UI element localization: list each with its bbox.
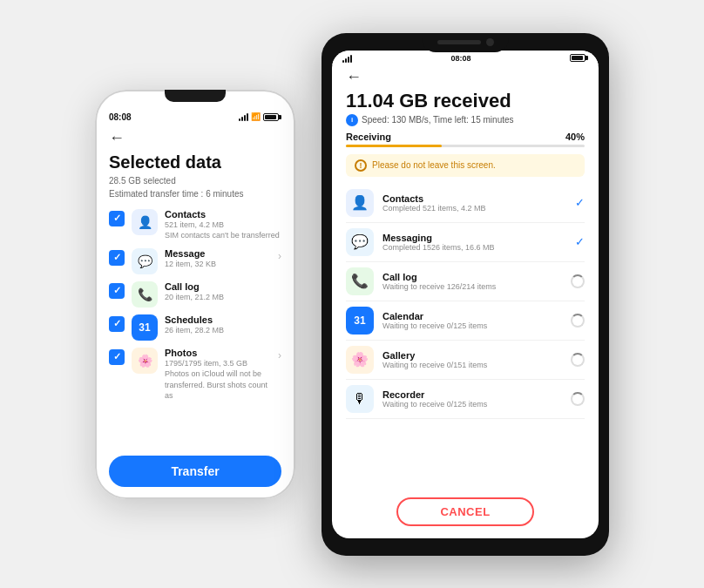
speed-info: i Speed: 130 MB/s, Time left: 15 minutes	[346, 114, 585, 126]
spinner-icon	[571, 353, 585, 367]
item-title: Photos	[165, 348, 271, 358]
camera	[486, 38, 494, 46]
r-title: Messaging	[382, 233, 566, 243]
list-item: 💬 Messaging Completed 1526 items, 16.6 M…	[346, 223, 585, 262]
list-item: 31 Calendar Waiting to receive 0/125 ite…	[346, 301, 585, 341]
spinner-icon	[571, 314, 585, 328]
back-button-left[interactable]: ←	[109, 129, 281, 147]
warning-box: ! Please do not leave this screen.	[346, 154, 585, 177]
warning-text: Please do not leave this screen.	[372, 160, 496, 170]
r-title: Gallery	[382, 350, 562, 361]
item-sub: 1795/1795 item, 3.5 GB	[165, 358, 271, 369]
calendar-icon-right: 31	[346, 307, 374, 335]
photos-icon: 🌸	[132, 348, 158, 374]
transfer-items-right: 👤 Contacts Completed 521 items, 4.2 MB ✓…	[346, 184, 585, 419]
list-item: 🌸 Gallery Waiting to receive 0/151 items	[346, 341, 585, 380]
speed-icon: i	[346, 114, 358, 126]
wifi-icon: 📶	[251, 112, 261, 121]
checkbox-schedules[interactable]	[109, 316, 125, 332]
r-sub: Waiting to receive 126/214 items	[382, 282, 562, 291]
list-item: 💬 Message 12 item, 32 KB ›	[109, 248, 281, 274]
item-title: Message	[165, 248, 271, 259]
transfer-button[interactable]: Transfer	[109, 456, 281, 487]
spinner-icon	[571, 392, 585, 406]
status-bar-right: 08:08	[332, 51, 599, 64]
chevron-right-icon: ›	[278, 349, 281, 362]
r-title: Calendar	[382, 311, 562, 321]
progress-bar-fill	[346, 145, 442, 147]
speed-label: Speed: 130 MB/s, Time left: 15 minutes	[362, 115, 514, 125]
list-item: 31 Schedules 26 item, 28.2 MB	[109, 314, 281, 341]
back-button-right[interactable]: ←	[346, 68, 585, 86]
status-bar-left: 08:08 📶	[109, 112, 281, 122]
r-sub: Completed 1526 items, 16.6 MB	[382, 243, 566, 252]
speaker	[437, 40, 481, 44]
signal-icon	[239, 112, 248, 121]
progress-percent: 40%	[565, 132, 585, 142]
progress-row: Receiving 40%	[346, 132, 585, 142]
status-icons-left: 📶	[239, 112, 281, 121]
call-icon: 📞	[132, 281, 158, 308]
status-icons-right	[570, 54, 588, 62]
checkmark-icon: ✓	[575, 235, 585, 248]
warning-icon: !	[355, 159, 367, 172]
r-title: Contacts	[382, 193, 566, 204]
checkbox-contacts[interactable]	[109, 211, 125, 226]
list-item: 📞 Call log Waiting to receive 126/214 it…	[346, 262, 585, 301]
checkbox-calllog[interactable]	[109, 283, 125, 299]
left-phone: 08:08 📶 ← Selected data	[95, 90, 295, 499]
list-item: 🌸 Photos 1795/1795 item, 3.5 GB Photos o…	[109, 348, 281, 402]
checkmark-icon: ✓	[575, 196, 585, 209]
item-sub: 20 item, 21.2 MB	[165, 292, 281, 303]
progress-bar-bg	[346, 145, 585, 147]
main-title-right: 11.04 GB received	[346, 90, 585, 112]
status-time-right: 08:08	[450, 54, 470, 63]
item-title: Contacts	[165, 209, 281, 220]
contacts-icon: 👤	[132, 209, 158, 235]
item-sub2: Photos on iCloud will not be transferred…	[165, 368, 271, 402]
messaging-icon-right: 💬	[346, 228, 374, 256]
item-sub: 521 item, 4.2 MB	[165, 220, 281, 231]
item-sub2: SIM contacts can't be transferred	[165, 230, 281, 241]
subtitle-line1: 28.5 GB selected	[109, 176, 176, 186]
cancel-button[interactable]: CANCEL	[396, 497, 533, 526]
r-sub: Completed 521 items, 4.2 MB	[382, 204, 566, 213]
list-item: 🎙 Recorder Waiting to receive 0/125 item…	[346, 380, 585, 419]
data-items-left: 👤 Contacts 521 item, 4.2 MB SIM contacts…	[109, 209, 281, 409]
subtitle-left: 28.5 GB selected Estimated transfer time…	[109, 174, 281, 200]
message-icon: 💬	[132, 248, 158, 274]
subtitle-line2: Estimated transfer time : 6 minutes	[109, 189, 244, 199]
status-time-left: 08:08	[109, 112, 132, 122]
item-title: Schedules	[165, 314, 281, 325]
r-title: Recorder	[382, 389, 562, 400]
calllog-icon-right: 📞	[346, 267, 374, 295]
right-phone: 08:08 ← 11.04 GB received i Speed: 130 M…	[322, 33, 609, 556]
checkbox-message[interactable]	[109, 250, 125, 266]
signal-icon-right	[342, 54, 352, 63]
chevron-right-icon: ›	[278, 250, 281, 262]
r-sub: Waiting to receive 0/151 items	[382, 361, 562, 369]
right-screen: 08:08 ← 11.04 GB received i Speed: 130 M…	[332, 51, 599, 538]
checkbox-photos[interactable]	[109, 349, 125, 365]
spinner-icon	[571, 274, 585, 288]
recorder-icon-right: 🎙	[346, 385, 374, 413]
list-item: 👤 Contacts Completed 521 items, 4.2 MB ✓	[346, 184, 585, 223]
schedule-icon: 31	[132, 314, 158, 341]
r-sub: Waiting to receive 0/125 items	[382, 321, 562, 330]
contacts-icon-right: 👤	[346, 189, 374, 217]
battery-icon-right	[570, 54, 588, 62]
battery-icon	[263, 113, 281, 121]
item-sub: 12 item, 32 KB	[165, 259, 271, 270]
progress-label: Receiving	[346, 132, 391, 142]
item-sub: 26 item, 28.2 MB	[165, 325, 281, 336]
list-item: 👤 Contacts 521 item, 4.2 MB SIM contacts…	[109, 209, 281, 241]
right-content: ← 11.04 GB received i Speed: 130 MB/s, T…	[332, 64, 599, 538]
r-title: Call log	[382, 272, 562, 282]
page-title-left: Selected data	[109, 152, 281, 172]
notch	[422, 33, 509, 52]
gallery-icon-right: 🌸	[346, 346, 374, 374]
r-sub: Waiting to receive 0/125 items	[382, 400, 562, 409]
list-item: 📞 Call log 20 item, 21.2 MB	[109, 281, 281, 308]
cancel-button-wrap: CANCEL	[346, 497, 585, 530]
item-title: Call log	[165, 281, 281, 292]
